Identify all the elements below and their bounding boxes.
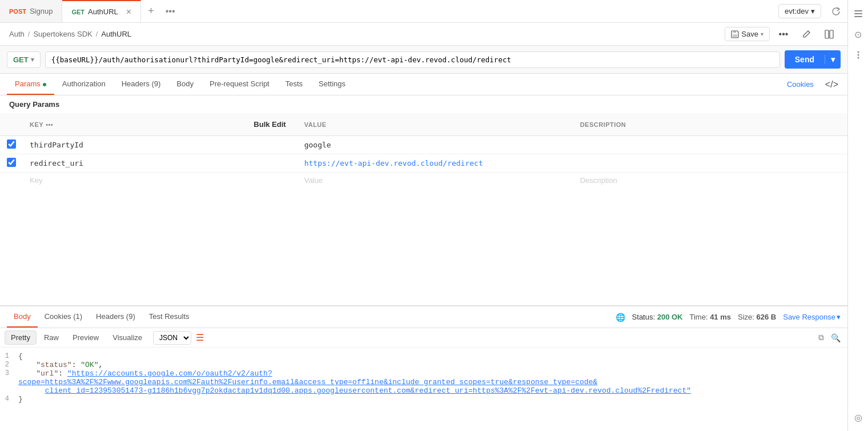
add-tab-button[interactable]: +: [141, 5, 161, 17]
response-url-value[interactable]: "https://accounts.google.com/o/oauth2/v2…: [18, 369, 597, 386]
breadcrumb-current: AuthURL: [101, 30, 131, 38]
sidebar-collections-icon[interactable]: [849, 5, 867, 23]
svg-rect-7: [733, 34, 737, 37]
sidebar-env-icon[interactable]: ◎: [849, 408, 867, 426]
row2-checkbox[interactable]: [7, 158, 16, 167]
method-select[interactable]: GET ▾: [7, 51, 41, 68]
code-icon[interactable]: </>: [823, 79, 841, 90]
params-dot: [43, 83, 46, 86]
row1-value[interactable]: google: [304, 141, 331, 149]
breadcrumb-actions: Save ▾ •••: [725, 25, 838, 43]
row1-key[interactable]: thirdPartyId: [30, 141, 83, 149]
response-size: Size: 626 B: [738, 313, 776, 321]
code-line-4: 4 }: [0, 395, 847, 404]
tab-pre-request[interactable]: Pre-request Script: [202, 74, 278, 95]
status-badge: Status: 200 OK: [632, 313, 683, 321]
more-options-button[interactable]: •••: [774, 25, 793, 43]
value-col-header: VALUE: [298, 113, 573, 136]
tab-authorization[interactable]: Authorization: [54, 74, 114, 95]
layout-icon[interactable]: [820, 25, 838, 43]
code-line-1: 1 {: [0, 352, 847, 361]
method-label: GET: [13, 55, 29, 64]
fmt-pretty[interactable]: Pretty: [5, 330, 37, 345]
method-badge-post: POST: [9, 8, 26, 15]
code-actions: ⧉ 🔍: [816, 332, 843, 344]
tab-headers[interactable]: Headers (9): [114, 74, 169, 95]
line-content-2: "status": "OK",: [18, 361, 103, 369]
res-tab-headers[interactable]: Headers (9): [89, 306, 142, 328]
params-table: KEY ••• Bulk Edit VALUE DESCRIPTION thir…: [0, 113, 847, 188]
query-params-header: Query Params: [0, 95, 847, 113]
send-button[interactable]: Send ▾: [785, 50, 841, 69]
key-col-header: KEY ••• Bulk Edit: [23, 113, 298, 136]
code-toolbar: Pretty Raw Preview Visualize JSON ☰ ⧉ 🔍: [0, 328, 847, 348]
svg-rect-1: [854, 13, 862, 14]
tab-tests[interactable]: Tests: [278, 74, 311, 95]
tab-authurl-label: AuthURL: [88, 7, 118, 16]
line-num-3: 3: [0, 369, 18, 395]
fmt-raw[interactable]: Raw: [38, 330, 65, 345]
sidebar-history-icon[interactable]: ⊙: [849, 25, 867, 43]
send-label: Send: [785, 55, 825, 64]
env-chevron-icon: ▾: [811, 7, 815, 15]
response-tabs-bar: Body Cookies (1) Headers (9) Test Result…: [0, 306, 847, 328]
code-line-2: 2 "status": "OK",: [0, 361, 847, 369]
tab-more-button[interactable]: •••: [161, 6, 180, 17]
empty-value[interactable]: Value: [304, 176, 323, 185]
svg-rect-6: [733, 31, 736, 33]
fmt-visualize[interactable]: Visualize: [106, 330, 148, 345]
tab-params[interactable]: Params: [7, 74, 54, 95]
cookies-link[interactable]: Cookies: [782, 80, 818, 89]
res-tab-testresults[interactable]: Test Results: [142, 306, 196, 328]
table-row-empty: Key Value Description: [0, 173, 847, 189]
save-response-chevron-icon: ▾: [837, 313, 841, 321]
code-viewer: 1 { 2 "status": "OK", 3 "url": "https://…: [0, 348, 847, 431]
copy-button[interactable]: ⧉: [816, 332, 826, 344]
send-dropdown-icon[interactable]: ▾: [825, 55, 841, 64]
edit-icon[interactable]: [797, 25, 815, 43]
row1-checkbox[interactable]: [7, 139, 16, 149]
tab-body[interactable]: Body: [168, 74, 202, 95]
method-badge-get: GET: [71, 9, 85, 15]
response-time: Time: 41 ms: [689, 313, 731, 321]
code-line-3: 3 "url": "https://accounts.google.com/o/…: [0, 369, 847, 395]
breadcrumb-sdk[interactable]: Supertokens SDK: [33, 30, 92, 38]
tab-signup[interactable]: POST Signup: [0, 0, 62, 22]
sidebar-more-icon[interactable]: [849, 46, 867, 64]
breadcrumb-auth[interactable]: Auth: [9, 30, 25, 38]
bulk-edit-button[interactable]: Bulk Edit: [249, 118, 290, 131]
json-format-select[interactable]: JSON: [153, 331, 191, 345]
checkbox-col-header: [0, 113, 23, 136]
fmt-preview[interactable]: Preview: [66, 330, 105, 345]
params-section: Query Params KEY ••• Bulk Edit VALUE: [0, 95, 847, 305]
row2-value[interactable]: https://evt-api-dev.revod.cloud/redirect: [304, 159, 483, 167]
search-button[interactable]: 🔍: [829, 332, 843, 344]
empty-desc[interactable]: Description: [580, 176, 617, 185]
key-col-more[interactable]: •••: [46, 121, 53, 128]
save-response-button[interactable]: Save Response ▾: [783, 313, 841, 321]
env-selector[interactable]: evt:dev ▾: [778, 4, 821, 18]
url-input[interactable]: [45, 51, 780, 68]
env-name: evt:dev: [785, 7, 809, 15]
row2-key[interactable]: redirect_uri: [30, 159, 83, 167]
line-num-2: 2: [0, 361, 18, 369]
url-bar: GET ▾ Send ▾: [0, 46, 847, 74]
sync-icon[interactable]: [827, 2, 845, 21]
table-row: redirect_uri https://evt-api-dev.revod.c…: [0, 154, 847, 173]
tab-settings[interactable]: Settings: [311, 74, 353, 95]
save-button[interactable]: Save ▾: [725, 27, 770, 41]
svg-point-5: [857, 57, 859, 59]
res-tab-cookies[interactable]: Cookies (1): [38, 306, 89, 328]
save-label: Save: [741, 30, 758, 38]
empty-key[interactable]: Key: [30, 176, 42, 185]
svg-point-4: [857, 54, 859, 56]
response-tab-list: Body Cookies (1) Headers (9) Test Result…: [7, 306, 196, 328]
tab-authurl[interactable]: GET AuthURL ×: [62, 0, 141, 22]
line-content-1: {: [18, 352, 23, 361]
response-url-value-cont[interactable]: client_id=123953051473-g1186h1b6vgg7p2ok…: [45, 386, 691, 395]
breadcrumb: Auth / Supertokens SDK / AuthURL: [9, 30, 131, 38]
line-num-4: 4: [0, 395, 18, 404]
svg-rect-9: [830, 30, 833, 38]
wrap-lines-button[interactable]: ☰: [196, 332, 204, 343]
res-tab-body[interactable]: Body: [7, 306, 38, 328]
